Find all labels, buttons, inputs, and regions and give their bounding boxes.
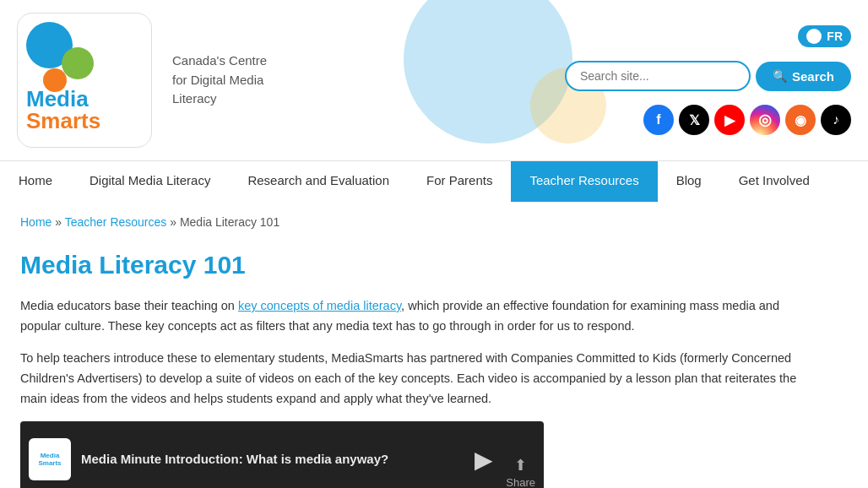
logo-area: Media Smarts Canada's Centre for Digital… <box>17 13 267 148</box>
search-row: 🔍 Search <box>565 61 851 91</box>
header-right: FR 🔍 Search f 𝕏 ▶ ◎ ◉ ♪ <box>565 25 851 135</box>
tagline-line2: for Digital Media <box>172 71 267 90</box>
intro-text-before: Media educators base their teaching on <box>20 299 238 312</box>
nav-item-blog: Blog <box>658 161 720 202</box>
nav-item-get-involved: Get Involved <box>720 161 828 202</box>
nav-link-digital-media-literacy[interactable]: Digital Media Literacy <box>71 161 229 202</box>
video-play-icon: ▶ <box>475 445 493 473</box>
nav-link-blog[interactable]: Blog <box>658 161 720 202</box>
main-nav: Home Digital Media Literacy Research and… <box>0 160 868 202</box>
video-container[interactable]: Media Smarts Media Minute Introduction: … <box>20 421 544 488</box>
nav-item-research-evaluation: Research and Evaluation <box>229 161 408 202</box>
breadcrumb-sep-2: » <box>170 215 180 229</box>
intro-paragraph-2: To help teachers introduce these to elem… <box>20 349 807 409</box>
tiktok-icon[interactable]: ♪ <box>821 105 851 135</box>
facebook-icon[interactable]: f <box>643 105 674 135</box>
key-concepts-link[interactable]: key concepts of media literacy <box>238 299 401 312</box>
nav-item-home: Home <box>0 161 71 202</box>
breadcrumb-home[interactable]: Home <box>20 215 52 229</box>
rss-icon[interactable]: ◉ <box>785 105 816 135</box>
breadcrumb: Home » Teacher Resources » Media Literac… <box>0 202 868 242</box>
nav-link-home[interactable]: Home <box>0 161 71 202</box>
x-twitter-icon[interactable]: 𝕏 <box>679 105 709 135</box>
circle-green <box>62 47 94 79</box>
social-icons: f 𝕏 ▶ ◎ ◉ ♪ <box>643 105 851 135</box>
youtube-icon[interactable]: ▶ <box>714 105 745 135</box>
logo-box: Media Smarts <box>17 13 152 148</box>
nav-item-digital-media-literacy: Digital Media Literacy <box>71 161 229 202</box>
breadcrumb-current: Media Literacy 101 <box>180 215 279 229</box>
tagline-line3: Literacy <box>172 89 267 109</box>
logo-text-inner: Media Smarts <box>26 88 143 132</box>
nav-item-teacher-resources: Teacher Resources <box>511 161 657 202</box>
breadcrumb-sep-1: » <box>55 215 64 229</box>
nav-link-for-parents[interactable]: For Parents <box>408 161 511 202</box>
instagram-icon[interactable]: ◎ <box>750 105 780 135</box>
lang-toggle-text: FR <box>827 30 843 43</box>
video-title-text: Media Minute Introduction: What is media… <box>81 452 535 466</box>
nav-item-for-parents: For Parents <box>408 161 511 202</box>
main-content: Media Literacy 101 Media educators base … <box>0 242 827 488</box>
logo-word-media: Media <box>26 88 143 110</box>
tagline-line1: Canada's Centre <box>172 52 267 71</box>
logo-word-smarts: Smarts <box>26 110 143 132</box>
video-logo-text: Media Smarts <box>38 452 61 467</box>
search-input[interactable] <box>565 61 751 91</box>
search-icon: 🔍 <box>773 69 787 83</box>
lang-toggle-dot <box>806 29 822 44</box>
lang-toggle[interactable]: FR <box>798 25 851 47</box>
intro-paragraph-1: Media educators base their teaching on k… <box>20 296 807 337</box>
tagline: Canada's Centre for Digital Media Litera… <box>172 52 267 109</box>
search-button-label: Search <box>792 69 834 84</box>
video-share-label: Share <box>506 476 535 488</box>
nav-link-research-evaluation[interactable]: Research and Evaluation <box>229 161 408 202</box>
video-share[interactable]: ⬆ Share <box>506 456 535 488</box>
nav-link-get-involved[interactable]: Get Involved <box>720 161 828 202</box>
site-header: Media Smarts Canada's Centre for Digital… <box>0 0 868 160</box>
nav-list: Home Digital Media Literacy Research and… <box>0 161 868 202</box>
search-button[interactable]: 🔍 Search <box>756 62 851 91</box>
page-title: Media Literacy 101 <box>20 251 807 279</box>
nav-link-teacher-resources[interactable]: Teacher Resources <box>511 161 657 202</box>
breadcrumb-teacher-resources[interactable]: Teacher Resources <box>65 215 167 229</box>
video-thumb-logo: Media Smarts <box>29 438 71 480</box>
